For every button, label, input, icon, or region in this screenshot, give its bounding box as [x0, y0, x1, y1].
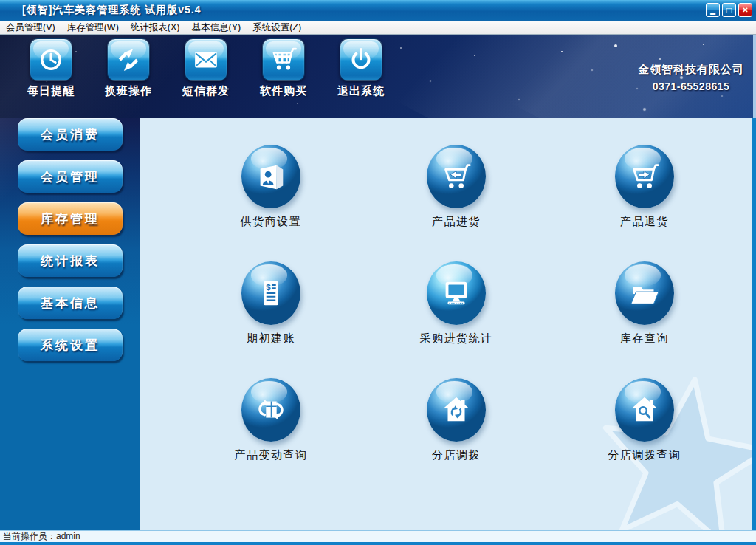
sidebar-item-inventory-management[interactable]: 库存管理	[18, 202, 123, 235]
window-frame-right	[752, 118, 756, 542]
menu-inventory-management[interactable]: 库存管理(W)	[61, 21, 125, 34]
star-field	[0, 35, 1, 36]
folder-open-icon	[615, 261, 674, 325]
toolbar-exit-system[interactable]: 退出系统	[320, 38, 402, 98]
window-frame-bottom	[0, 542, 756, 545]
grid-item-purchase-statistics[interactable]: 采购进货统计	[375, 261, 537, 346]
grid-item-label: 产品进货	[375, 215, 537, 229]
window-frame-edge	[753, 35, 756, 118]
supplier-box-icon	[241, 145, 300, 208]
store-transfer-icon	[427, 378, 486, 442]
ledger-icon: $	[241, 261, 300, 325]
grid-item-supplier-setup[interactable]: 供货商设置	[190, 145, 352, 229]
status-bar: 当前操作员：admin	[0, 530, 756, 542]
toolbar-daily-reminder[interactable]: 每日提醒	[10, 38, 92, 98]
toolbar-sms-broadcast[interactable]: 短信群发	[165, 38, 247, 98]
company-name: 金领智科技有限公司	[638, 63, 744, 77]
main-content: 供货商设置 产品进货	[140, 118, 752, 530]
grid-item-label: 期初建账	[190, 332, 352, 346]
company-info: 金领智科技有限公司 0371-65528615	[638, 63, 744, 92]
grid-item-branch-transfer-query[interactable]: 分店调拨查询	[563, 378, 726, 462]
sidebar-item-member-management[interactable]: 会员管理	[18, 160, 123, 193]
close-icon: ✕	[742, 7, 748, 14]
store-search-icon	[615, 378, 674, 442]
menu-statistics-reports[interactable]: 统计报表(X)	[125, 21, 186, 34]
app-window: [领智]汽车美容管理系统 试用版v5.4 ▬ □ ✕ 会员管理(V) 库存管理(…	[0, 0, 756, 545]
sidebar-item-basic-info[interactable]: 基本信息	[18, 287, 123, 319]
title-bar[interactable]: [领智]汽车美容管理系统 试用版v5.4 ▬ □ ✕	[0, 0, 756, 21]
shopping-cart-icon	[262, 38, 305, 81]
grid-item-label: 库存查询	[563, 332, 726, 346]
menu-basic-info[interactable]: 基本信息(Y)	[185, 21, 247, 34]
grid-item-label: 分店调拨	[375, 448, 537, 462]
clock-icon	[30, 38, 72, 81]
grid-item-product-change-query[interactable]: 产品变动查询	[190, 378, 352, 462]
grid-item-label: 供货商设置	[190, 215, 352, 229]
grid-item-product-purchase[interactable]: 产品进货	[375, 145, 537, 229]
toolbar-software-purchase[interactable]: 软件购买	[243, 38, 324, 98]
product-change-icon	[241, 378, 300, 442]
maximize-icon: □	[726, 6, 732, 15]
window-controls: ▬ □ ✕	[706, 3, 752, 17]
menu-bar: 会员管理(V) 库存管理(W) 统计报表(X) 基本信息(Y) 系统设置(Z)	[0, 21, 756, 35]
grid-item-label: 采购进货统计	[375, 332, 537, 346]
grid-item-branch-transfer[interactable]: 分店调拨	[375, 378, 537, 462]
grid-item-label: 产品变动查询	[190, 448, 352, 462]
close-button[interactable]: ✕	[738, 3, 752, 17]
menu-member-management[interactable]: 会员管理(V)	[0, 21, 61, 34]
svg-text:$: $	[266, 283, 271, 292]
minimize-icon: ▬	[710, 10, 715, 16]
window-title: [领智]汽车美容管理系统 试用版v5.4	[22, 4, 201, 17]
sidebar-item-statistics-reports[interactable]: 统计报表	[18, 244, 123, 277]
grid-item-inventory-query[interactable]: 库存查询	[563, 261, 726, 346]
sidebar-item-member-consume[interactable]: 会员消费	[18, 118, 123, 151]
sidebar-item-system-settings[interactable]: 系统设置	[18, 329, 123, 361]
monitor-icon	[427, 261, 486, 325]
minimize-button[interactable]: ▬	[706, 3, 720, 17]
current-operator-label: 当前操作员：admin	[3, 530, 80, 543]
grid-item-opening-ledger[interactable]: $ 期初建账	[190, 261, 352, 346]
mail-icon	[185, 38, 227, 81]
maximize-button[interactable]: □	[722, 3, 736, 17]
grid-item-label: 分店调拨查询	[563, 448, 726, 462]
cart-arrow-in-icon	[427, 145, 486, 208]
cart-arrow-out-icon	[615, 145, 674, 208]
sidebar: 会员消费 会员管理 库存管理 统计报表 基本信息 系统设置	[0, 118, 140, 530]
grid-item-product-return[interactable]: 产品退货	[563, 145, 726, 229]
top-banner: 每日提醒 换班操作	[0, 35, 756, 118]
grid-item-label: 产品退货	[563, 215, 726, 229]
menu-system-settings[interactable]: 系统设置(Z)	[247, 21, 307, 34]
shift-swap-icon	[107, 38, 150, 81]
power-icon	[340, 38, 382, 81]
company-phone: 0371-65528615	[638, 80, 744, 92]
toolbar-shift-change[interactable]: 换班操作	[88, 38, 169, 98]
